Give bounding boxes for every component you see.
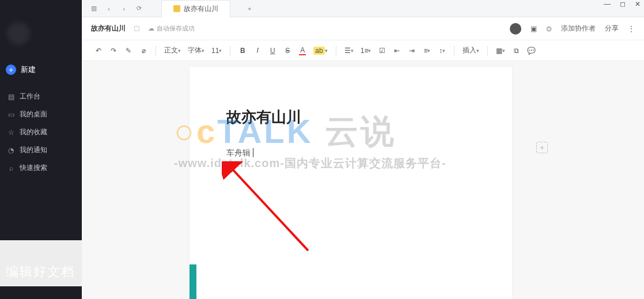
insert-dropdown[interactable]: 插入 [460, 44, 482, 58]
maximize-button[interactable]: ◻ [620, 0, 626, 8]
strikethrough-button[interactable]: S [281, 44, 294, 58]
more-icon[interactable]: ⋮ [628, 25, 635, 33]
attachment-button[interactable]: ⧉ [510, 44, 522, 58]
document-bar: 故亦有山川 ☐ ☁ 自动保存成功 ▣ ⊙ 添加协作者 分享 ⋮ [82, 17, 644, 40]
app-sidebar: + 新建 ▤ 工作台 ▭ 我的桌面 ☆ 我的收藏 ◔ 我的通知 ⌕ 快速搜索 编… [0, 0, 82, 299]
doc-icon [173, 5, 180, 12]
window-titlebar: ▥ ‹ › ⟳ 故亦有山川 + — ◻ ✕ [82, 0, 644, 17]
autosave-status: ☁ 自动保存成功 [148, 24, 195, 33]
user-avatar[interactable] [510, 23, 521, 35]
sidebar-item-label: 我的收藏 [20, 127, 47, 137]
new-button[interactable]: + 新建 [0, 61, 82, 78]
text-cursor [251, 148, 253, 157]
media-button[interactable]: ▦ [494, 44, 507, 58]
indent-button[interactable]: ⇥ [406, 44, 418, 58]
sidebar-item-favorites[interactable]: ☆ 我的收藏 [0, 124, 82, 140]
new-label: 新建 [21, 65, 36, 75]
minimize-button[interactable]: — [604, 0, 611, 8]
share-button[interactable]: 分享 [605, 24, 619, 33]
italic-button[interactable]: I [251, 44, 264, 58]
tab-title: 故亦有山川 [184, 4, 218, 14]
document-body[interactable]: 车舟辑 [226, 148, 475, 158]
sidebar-toggle-icon[interactable]: ▥ [90, 5, 98, 13]
font-family-dropdown[interactable]: 字体 [185, 44, 207, 58]
sidebar-item-desktop[interactable]: ▭ 我的桌面 [0, 107, 82, 122]
underline-button[interactable]: U [266, 44, 279, 58]
document-title[interactable]: 故亦有山川 [226, 107, 475, 127]
comment-button[interactable]: 💬 [525, 44, 538, 58]
ordered-list-button[interactable]: 1≡ [358, 44, 374, 58]
active-tab[interactable]: 故亦有山川 [161, 0, 230, 17]
sidebar-item-notifications[interactable]: ◔ 我的通知 [0, 142, 82, 158]
checklist-button[interactable]: ☑ [376, 44, 388, 58]
close-button[interactable]: ✕ [635, 0, 641, 8]
redo-button[interactable]: ↷ [107, 44, 120, 58]
doc-title: 故亦有山川 [91, 24, 126, 33]
notice-icon: ◔ [7, 146, 15, 154]
outdent-button[interactable]: ⇤ [391, 44, 403, 58]
font-color-button[interactable]: A [296, 44, 309, 58]
caption-text: 编辑好文档 [6, 263, 75, 281]
plus-icon: + [6, 65, 16, 75]
paragraph-style-dropdown[interactable]: 正文 [162, 44, 183, 58]
sidebar-item-workspace[interactable]: ▤ 工作台 [0, 89, 82, 104]
document-page[interactable]: 故亦有山川 车舟辑 + [190, 67, 512, 299]
format-toolbar: ↶ ↷ ✎ ⌀ 正文 字体 11 B I U S A ab ☰ 1≡ ☑ ⇤ ⇥… [82, 40, 644, 61]
sidebar-item-label: 我的通知 [20, 145, 47, 155]
format-painter-button[interactable]: ✎ [122, 44, 135, 58]
undo-button[interactable]: ↶ [92, 44, 105, 58]
editor-canvas[interactable]: 故亦有山川 车舟辑 + ○cTALK 云说 -www.idctalk.com-国… [82, 61, 644, 299]
desktop-icon: ▭ [7, 111, 15, 119]
highlight-button[interactable]: ab [311, 44, 329, 58]
forward-icon[interactable]: › [120, 5, 128, 13]
add-collaborator-button[interactable]: 添加协作者 [561, 24, 596, 33]
workspace-icon: ▤ [7, 93, 15, 101]
clear-format-button[interactable]: ⌀ [137, 44, 150, 58]
reload-icon[interactable]: ⟳ [135, 5, 143, 13]
search-icon: ⌕ [7, 164, 15, 172]
align-button[interactable]: ≡ [421, 44, 433, 58]
sidebar-item-search[interactable]: ⌕ 快速搜索 [0, 160, 82, 176]
favorite-icon: ☆ [7, 128, 15, 137]
editor-app: ▥ ‹ › ⟳ 故亦有山川 + — ◻ ✕ 故亦有山川 ☐ ☁ [82, 0, 644, 299]
caption-accent [190, 264, 196, 299]
new-tab-button[interactable]: + [248, 5, 251, 12]
present-icon[interactable]: ⊙ [546, 25, 552, 33]
insert-block-button[interactable]: + [536, 142, 548, 153]
sidebar-item-label: 快速搜索 [20, 163, 47, 173]
font-size-dropdown[interactable]: 11 [209, 44, 224, 58]
comment-icon[interactable]: ▣ [531, 25, 537, 33]
cloud-icon: ☁ [148, 25, 154, 32]
bookmark-icon[interactable]: ☐ [134, 25, 140, 33]
line-spacing-button[interactable]: ↕ [435, 44, 448, 58]
bullet-list-button[interactable]: ☰ [342, 44, 356, 58]
avatar[interactable] [7, 22, 30, 45]
bold-button[interactable]: B [236, 44, 249, 58]
sidebar-item-label: 工作台 [20, 92, 40, 101]
back-icon[interactable]: ‹ [105, 5, 113, 13]
sidebar-item-label: 我的桌面 [20, 109, 47, 119]
